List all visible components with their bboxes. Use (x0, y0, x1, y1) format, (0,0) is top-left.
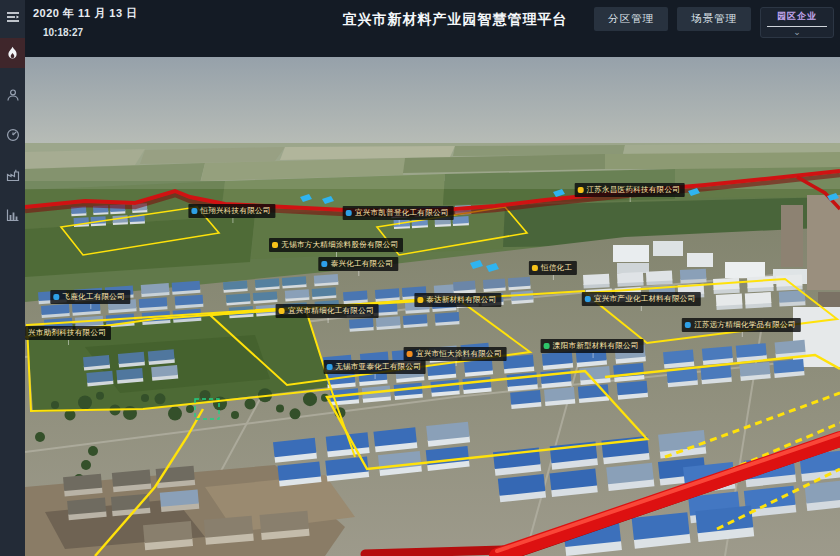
company-marker-icon (407, 351, 413, 357)
map-label[interactable]: 泰兴化工有限公司 (319, 257, 398, 271)
map-label-text: 江苏远方精细化学品有限公司 (694, 320, 795, 330)
flame-icon (6, 46, 19, 60)
page-title: 宜兴市新材料产业园智慧管理平台 (343, 11, 568, 29)
map-label[interactable]: 恒信化工 (529, 261, 577, 275)
sidebar-item-statistics[interactable] (0, 202, 25, 228)
chevron-down-icon: ⌄ (761, 28, 833, 36)
scene-manage-button[interactable]: 场景管理 (677, 7, 751, 31)
map-label-text: 兴市助剂科技有限公司 (28, 328, 106, 338)
map-label-text: 宜兴市恒大涂料有限公司 (416, 349, 502, 359)
company-marker-icon (585, 296, 591, 302)
sidebar-item-fire[interactable] (0, 38, 25, 68)
zone-manage-button[interactable]: 分区管理 (594, 7, 668, 31)
map-label[interactable]: 江苏永昌医药科技有限公司 (574, 183, 685, 197)
sidebar (0, 0, 25, 556)
sidebar-item-monitor[interactable] (0, 122, 25, 148)
company-marker-icon (532, 265, 538, 271)
map-label-text: 泰达新材料有限公司 (426, 295, 496, 305)
map-label[interactable]: 宜兴市产业化工材料有限公司 (582, 292, 700, 306)
map-label-text: 宜兴市精细化工有限公司 (288, 306, 374, 316)
current-time: 10:18:27 (43, 27, 138, 38)
map-label-text: 泰兴化工有限公司 (331, 259, 393, 269)
company-marker-icon (685, 322, 691, 328)
map-label-text: 江苏永昌医药科技有限公司 (586, 185, 680, 195)
company-marker-icon (577, 187, 583, 193)
sidebar-item-menu[interactable] (0, 4, 25, 30)
map-label[interactable]: 宜兴市恒大涂料有限公司 (404, 347, 507, 361)
map-label[interactable]: 无锡市方大精细涂料股份有限公司 (269, 238, 403, 252)
current-date: 2020 年 11 月 13 日 (33, 6, 138, 21)
company-marker-icon (326, 364, 332, 370)
sidebar-item-personnel[interactable] (0, 82, 25, 108)
map-label-text: 无锡市方大精细涂料股份有限公司 (281, 240, 398, 250)
map-label-text: 无锡市亚泰化工有限公司 (335, 362, 421, 372)
map-label-text: 宜兴市凯普登化工有限公司 (355, 208, 449, 218)
map-label-text: 飞鹿化工有限公司 (62, 292, 124, 302)
bar-chart-icon (6, 208, 20, 222)
company-marker-icon (322, 261, 328, 267)
header: 2020 年 11 月 13 日 10:18:27 宜兴市新材料产业园智慧管理平… (25, 0, 840, 57)
sidebar-item-enterprise[interactable] (0, 162, 25, 188)
company-marker-icon (417, 297, 423, 303)
datetime: 2020 年 11 月 13 日 10:18:27 (33, 6, 138, 38)
enterprise-dropdown[interactable]: 园区企业 ⌄ (760, 7, 834, 38)
enterprise-dropdown-label: 园区企业 (761, 10, 833, 23)
company-marker-icon (346, 210, 352, 216)
map-label[interactable]: 溧阳市新型材料有限公司 (541, 339, 644, 353)
map-label-text: 宜兴市产业化工材料有限公司 (594, 294, 695, 304)
gauge-icon (6, 128, 20, 142)
company-marker-icon (544, 343, 550, 349)
map-label-text: 恒翔兴科技有限公司 (200, 206, 270, 216)
company-marker-icon (191, 208, 197, 214)
factory-icon (6, 168, 20, 182)
menu-icon (6, 11, 20, 23)
map-label-text: 溧阳市新型材料有限公司 (553, 341, 639, 351)
map-label[interactable]: 宜兴市凯普登化工有限公司 (343, 206, 454, 220)
map-label[interactable]: 宜兴市精细化工有限公司 (276, 304, 379, 318)
map-label[interactable]: 兴市助剂科技有限公司 (25, 326, 111, 340)
map-label[interactable]: 江苏远方精细化学品有限公司 (682, 318, 800, 332)
map-label[interactable]: 泰达新材料有限公司 (414, 293, 501, 307)
company-marker-icon (53, 294, 59, 300)
company-marker-icon (279, 308, 285, 314)
map-label-text: 恒信化工 (541, 263, 572, 273)
map-label[interactable]: 飞鹿化工有限公司 (50, 290, 129, 304)
user-icon (6, 88, 20, 102)
map-label[interactable]: 恒翔兴科技有限公司 (188, 204, 275, 218)
map-label[interactable]: 无锡市亚泰化工有限公司 (323, 360, 426, 374)
company-marker-icon (272, 242, 278, 248)
